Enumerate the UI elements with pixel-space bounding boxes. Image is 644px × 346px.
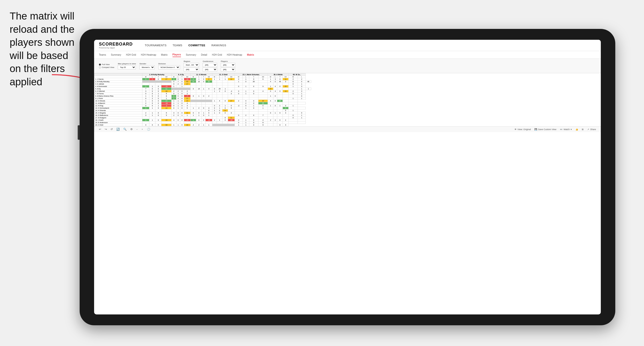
redo-button[interactable]: ↪ [105,128,107,131]
matrix-wrapper[interactable]: 2. M Kelly Mulcahy 6. A Dy 11. G Woods 2… [94,73,601,126]
cell: 0 [249,100,258,102]
cell: 7 [258,114,268,117]
cell: 2 [243,114,249,117]
save-custom-view-button[interactable]: 💾 Save Custom View [534,128,556,131]
sub-nav-summary2[interactable]: Summary [186,53,196,57]
region-select[interactable]: East - DII [184,63,199,67]
watch-icon: 👀 [560,128,563,131]
cell [258,112,268,114]
cell [298,121,306,124]
sub-nav-players[interactable]: Players [172,52,181,57]
cell: 2 [172,90,176,93]
division-label: Division [158,63,180,65]
table-row: 6. O Mitchell 3 0 0 18 2 2 0 2 1 [94,90,311,93]
division-select[interactable]: NCAA Division II [158,65,180,69]
conference-sub-select[interactable]: (All) [203,67,217,72]
sub-nav-h2h-heatmap[interactable]: H2H Heatmap [141,53,156,57]
sub-l-1: L [149,76,156,78]
cell: 1 [243,93,249,95]
sub-nav-summary[interactable]: Summary [111,53,121,57]
cell [176,121,180,124]
cell [228,121,234,124]
cell [222,121,228,124]
nav-committee[interactable]: COMMITTEE [188,43,206,48]
cell: 4 [217,100,222,102]
sub-nav-matrix2[interactable]: Matrix [247,53,254,57]
thumbs-up-button[interactable]: 👍 [576,128,578,131]
cell [217,85,222,88]
plus-button[interactable]: ＋ [141,128,143,131]
compact-view-radio[interactable]: Compact View [99,66,114,68]
cell: 1 [176,107,180,109]
cell [217,97,222,100]
cell [283,88,288,90]
cell [222,93,228,95]
nav-teams[interactable]: TEAMS [172,43,182,48]
cell [184,85,190,88]
conference-select[interactable]: (All) [203,63,217,67]
back-button[interactable]: ↺ [110,128,113,131]
cell [283,97,288,100]
region-sub-select[interactable]: (All) [184,67,199,72]
cell: 1 [190,107,196,109]
clock-button[interactable]: 🕐 [147,128,150,131]
undo-button[interactable]: ↩ [99,128,101,131]
forward-button[interactable]: 🔄 [116,128,120,131]
view-original-button[interactable]: 👁 View: Original [514,128,531,131]
watch-button[interactable]: 👀 Watch ▾ [560,128,572,131]
grid-view-button[interactable]: ⊞ [582,128,584,131]
cell: 7 [142,88,149,90]
cell: 3 [172,78,176,80]
cell [249,88,258,90]
cell: 0 [156,119,162,121]
cell: 0 [234,114,243,117]
cell: 4 [176,97,180,100]
cell [202,102,206,105]
sub-nav-h2h-grid2[interactable]: H2H Grid [212,53,222,57]
players-select[interactable]: (All) [221,63,235,67]
full-view-radio[interactable]: Full View [99,63,114,66]
cell [258,88,268,90]
nav-rankings[interactable]: RANKINGS [211,43,226,48]
cell [274,97,277,100]
matrix-table: 2. M Kelly Mulcahy 6. A Dy 11. G Woods 2… [94,73,311,126]
cell: 0 [149,90,156,93]
gender-select[interactable]: Women's [140,65,155,69]
sub-nav-detail[interactable]: Detail [201,53,207,57]
share-button[interactable]: ↗ Share [587,128,596,131]
cell: 18 [162,90,172,93]
cell [176,85,180,88]
search-toolbar-button[interactable]: 🔍 [123,128,127,131]
nav-tournaments[interactable]: TOURNAMENTS [145,43,166,48]
cell: 0 [249,107,258,109]
cell [196,85,202,88]
cell [202,105,206,107]
cell: 8 [258,121,268,124]
cell: 0 [277,85,283,88]
cell: 1 [184,114,190,117]
cell: 0 [180,83,184,85]
cell: 1 [298,97,306,100]
sub-nav-teams[interactable]: Teams [99,53,106,57]
cell [243,95,249,97]
settings-button[interactable]: ⚙ [130,128,133,131]
diagonal-cell [190,100,212,102]
max-players-select[interactable]: Top 25 [118,65,136,69]
cell: 1 [243,119,249,121]
cell: 1 [206,124,212,126]
cell: 0 [243,80,249,83]
cell: 0 [222,100,228,102]
cell: 4 [206,107,212,109]
minus-button[interactable]: − [136,128,138,131]
cell: 2 [212,109,217,112]
sub-nav-matrix[interactable]: Matrix [161,53,168,57]
cell: 0 [206,78,212,80]
cell: 0 [298,95,306,97]
sub-nav-h2h-grid[interactable]: H2H Grid [126,53,136,57]
cell: 1 [176,93,180,95]
sub-l-2: L [176,76,180,78]
header-g-woods: 11. G Woods [190,73,212,76]
sub-nav-h2h-heatmap2[interactable]: H2H Heatmap [227,53,242,57]
cell: 1 [202,112,206,114]
players-sub-select[interactable]: (All) [221,67,235,72]
